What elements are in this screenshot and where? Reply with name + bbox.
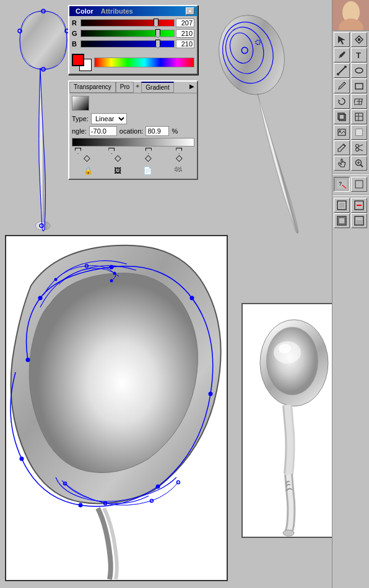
- stop-icon-3[interactable]: ◇: [176, 153, 183, 163]
- tool-grid[interactable]: [351, 109, 367, 124]
- canvas-area: Color Attributes × R 207 G 210 B: [0, 0, 332, 588]
- foreground-swatch[interactable]: [72, 54, 84, 66]
- tool-skew[interactable]: [351, 94, 367, 109]
- blue-label: B: [72, 40, 79, 48]
- tool-pen[interactable]: [334, 48, 350, 62]
- stop-icon-2[interactable]: ◇: [145, 153, 152, 163]
- gradient-tab[interactable]: Gradient: [141, 82, 173, 93]
- tool-node[interactable]: [351, 32, 367, 47]
- gradient-bar-row: [72, 138, 194, 150]
- tool-eyedropper[interactable]: [334, 140, 350, 155]
- svg-point-24: [110, 279, 113, 283]
- svg-point-21: [54, 278, 58, 281]
- tool-ellipse[interactable]: [351, 63, 367, 78]
- svg-point-53: [339, 130, 341, 132]
- red-slider-row: R 207: [72, 19, 194, 27]
- stop-flag-icon: 🏁: [173, 166, 183, 175]
- tool-fill[interactable]: [351, 125, 367, 140]
- tool-b4[interactable]: [351, 213, 367, 228]
- spoon-top-right: [217, 6, 322, 236]
- tool-special2[interactable]: [351, 177, 367, 192]
- close-button[interactable]: ×: [186, 7, 194, 15]
- tool-magnify[interactable]: [351, 156, 367, 171]
- stop-bottom-row: 🔒 🖼 📄 🏁: [72, 165, 194, 176]
- green-slider-row: G 210: [72, 29, 194, 38]
- tool-text[interactable]: T: [351, 48, 367, 62]
- svg-rect-73: [339, 218, 345, 224]
- svg-point-40: [337, 73, 339, 75]
- svg-point-14: [38, 296, 43, 300]
- svg-line-61: [361, 165, 363, 168]
- green-slider[interactable]: [80, 30, 175, 37]
- svg-point-57: [356, 148, 359, 151]
- angle-row: ngle: ocation: %: [72, 126, 194, 136]
- svg-point-32: [279, 344, 291, 354]
- tool-crop[interactable]: [334, 109, 350, 124]
- color-tab[interactable]: Color: [72, 7, 97, 15]
- tool-image[interactable]: [334, 125, 350, 140]
- type-select[interactable]: Linear Radial: [91, 113, 127, 124]
- tool-rotate[interactable]: [334, 94, 350, 109]
- red-label: R: [72, 19, 79, 27]
- stop-lock-icon: 🔒: [84, 166, 93, 175]
- attributes-tab[interactable]: Attributes: [97, 7, 137, 15]
- gradient-options-btn[interactable]: ▶: [187, 82, 197, 93]
- svg-point-0: [20, 11, 67, 70]
- svg-rect-67: [355, 181, 363, 188]
- stop-img-icon: 🖼: [114, 166, 121, 175]
- tool-hand[interactable]: [334, 156, 350, 171]
- svg-point-23: [113, 272, 116, 275]
- green-value[interactable]: 210: [176, 29, 194, 38]
- tool-scissors[interactable]: [351, 140, 367, 155]
- stop-icon-1[interactable]: ◇: [115, 153, 121, 163]
- tool-pencil[interactable]: [334, 79, 350, 93]
- svg-rect-75: [356, 220, 362, 224]
- spoon-top-left: [12, 6, 74, 236]
- tool-help[interactable]: ?: [334, 177, 350, 192]
- tool-arrow[interactable]: [334, 32, 350, 47]
- svg-rect-49: [355, 113, 363, 121]
- swatch-row: [69, 53, 197, 74]
- svg-point-16: [190, 296, 194, 300]
- special-tools: ?: [332, 176, 369, 193]
- location-input[interactable]: [145, 126, 169, 136]
- svg-rect-69: [339, 203, 344, 208]
- toolbar: T: [332, 0, 369, 588]
- pro-tab[interactable]: Pro: [116, 82, 134, 93]
- tool-rect[interactable]: [351, 79, 367, 93]
- angle-input[interactable]: [89, 126, 117, 136]
- svg-point-7: [217, 8, 293, 102]
- green-label: G: [72, 30, 79, 37]
- toolbar-separator-1: [332, 173, 369, 174]
- type-row: Type: Linear Radial: [72, 113, 194, 124]
- gradient-panel: Transparency Pro ✦ Gradient ▶ Type: Line…: [68, 80, 198, 180]
- bottom-tools: [332, 197, 369, 229]
- color-panel: Color Attributes × R 207 G 210 B: [68, 5, 198, 75]
- rainbow-bar[interactable]: [94, 58, 194, 67]
- gradient-content: Type: Linear Radial ngle: ocation: %: [69, 93, 197, 179]
- stop-icon-0[interactable]: ◇: [84, 153, 90, 163]
- tool-b2[interactable]: [351, 198, 367, 213]
- tool-line[interactable]: [334, 63, 350, 78]
- gradient-tabs: Transparency Pro ✦ Gradient ▶: [69, 82, 197, 93]
- svg-text:?: ?: [339, 181, 342, 187]
- gradient-bar[interactable]: [72, 138, 194, 147]
- toolbar-tools: T: [332, 31, 369, 172]
- transparency-tab[interactable]: Transparency: [69, 82, 116, 93]
- svg-rect-43: [355, 83, 363, 89]
- svg-text:T: T: [356, 51, 361, 60]
- blue-slider[interactable]: [80, 40, 175, 48]
- svg-point-18: [156, 485, 160, 489]
- toolbar-portrait: [332, 0, 369, 31]
- gradient-preview: [72, 96, 89, 111]
- red-slider[interactable]: [80, 19, 175, 27]
- location-unit: %: [171, 127, 178, 135]
- tool-b1[interactable]: [334, 198, 350, 213]
- tool-b3[interactable]: [334, 213, 350, 228]
- stop-doc-icon: 📄: [143, 166, 152, 175]
- svg-point-20: [20, 457, 24, 461]
- blue-value[interactable]: 210: [176, 40, 194, 48]
- toolbar-separator-2: [332, 194, 369, 195]
- gradient-stop-icons: ◇ ◇ ◇ ◇: [72, 153, 194, 163]
- red-value[interactable]: 207: [176, 19, 194, 27]
